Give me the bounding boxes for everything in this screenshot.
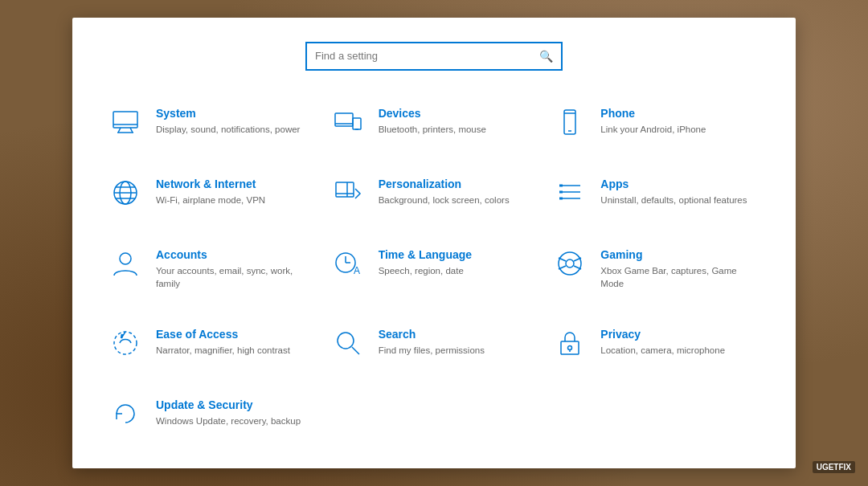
setting-title-phone: Phone: [600, 106, 706, 120]
setting-item-gaming[interactable]: Gaming Xbox Game Bar, captures, Game Mod…: [549, 241, 764, 295]
setting-item-search[interactable]: Search Find my files, permissions: [327, 321, 542, 366]
setting-title-system: System: [156, 106, 300, 120]
setting-title-apps: Apps: [600, 177, 747, 191]
setting-title-personalization: Personalization: [379, 177, 510, 191]
setting-icon-update: [108, 396, 143, 431]
setting-title-search: Search: [379, 327, 485, 341]
setting-desc-network: Wi-Fi, airplane mode, VPN: [156, 194, 265, 206]
search-bar-wrapper: 🔍: [104, 42, 764, 71]
setting-title-accounts: Accounts: [156, 247, 316, 262]
setting-item-ease[interactable]: Ease of Access Narrator, magnifier, high…: [104, 321, 319, 366]
setting-title-privacy: Privacy: [600, 327, 725, 341]
setting-desc-phone: Link your Android, iPhone: [600, 123, 706, 136]
search-submit-button[interactable]: 🔍: [539, 50, 553, 63]
settings-grid: System Display, sound, notifications, po…: [104, 100, 764, 436]
setting-item-network[interactable]: Network & Internet Wi-Fi, airplane mode,…: [104, 170, 319, 215]
setting-desc-system: Display, sound, notifications, power: [156, 123, 300, 136]
setting-icon-search: [330, 325, 366, 361]
setting-item-privacy[interactable]: Privacy Location, camera, microphone: [549, 321, 764, 366]
setting-item-personalization[interactable]: Personalization Background, lock screen,…: [327, 170, 542, 215]
setting-title-ease: Ease of Access: [156, 327, 290, 341]
setting-desc-gaming: Xbox Game Bar, captures, Game Mode: [600, 264, 760, 290]
setting-icon-time: [330, 246, 366, 281]
setting-icon-accounts: [108, 246, 143, 281]
setting-item-phone[interactable]: Phone Link your Android, iPhone: [549, 100, 764, 145]
setting-desc-update: Windows Update, recovery, backup: [156, 415, 301, 427]
setting-title-network: Network & Internet: [156, 177, 265, 191]
setting-icon-privacy: [552, 325, 588, 361]
setting-icon-ease: [108, 325, 143, 361]
setting-desc-apps: Uninstall, defaults, optional features: [600, 194, 747, 206]
setting-desc-time: Speech, region, date: [379, 264, 472, 277]
setting-icon-personalization: [330, 175, 366, 210]
setting-item-system[interactable]: System Display, sound, notifications, po…: [104, 100, 319, 145]
search-bar: 🔍: [305, 42, 563, 71]
setting-desc-personalization: Background, lock screen, colors: [379, 194, 510, 206]
setting-title-update: Update & Security: [156, 398, 301, 412]
ugetfix-badge: UGETFIX: [813, 461, 855, 473]
setting-title-gaming: Gaming: [600, 247, 760, 262]
setting-item-update[interactable]: Update & Security Windows Update, recove…: [104, 391, 319, 436]
setting-icon-system: [108, 104, 143, 140]
setting-icon-network: [108, 175, 143, 210]
setting-icon-gaming: [552, 246, 588, 281]
setting-desc-devices: Bluetooth, printers, mouse: [379, 123, 486, 136]
setting-desc-accounts: Your accounts, email, sync, work, family: [156, 264, 316, 290]
setting-item-devices[interactable]: Devices Bluetooth, printers, mouse: [327, 100, 542, 145]
setting-icon-apps: [552, 175, 588, 210]
search-input[interactable]: [315, 50, 539, 62]
setting-item-accounts[interactable]: Accounts Your accounts, email, sync, wor…: [104, 241, 319, 295]
setting-icon-devices: [330, 104, 366, 140]
setting-title-time: Time & Language: [379, 247, 472, 262]
settings-panel: 🔍 System Display, sound, notifications, …: [72, 18, 796, 468]
setting-title-devices: Devices: [379, 106, 486, 120]
setting-icon-phone: [552, 104, 588, 140]
setting-item-apps[interactable]: Apps Uninstall, defaults, optional featu…: [549, 170, 764, 215]
setting-desc-search: Find my files, permissions: [379, 344, 485, 357]
setting-desc-privacy: Location, camera, microphone: [600, 344, 725, 357]
setting-desc-ease: Narrator, magnifier, high contrast: [156, 344, 290, 357]
setting-item-time[interactable]: Time & Language Speech, region, date: [327, 241, 542, 295]
